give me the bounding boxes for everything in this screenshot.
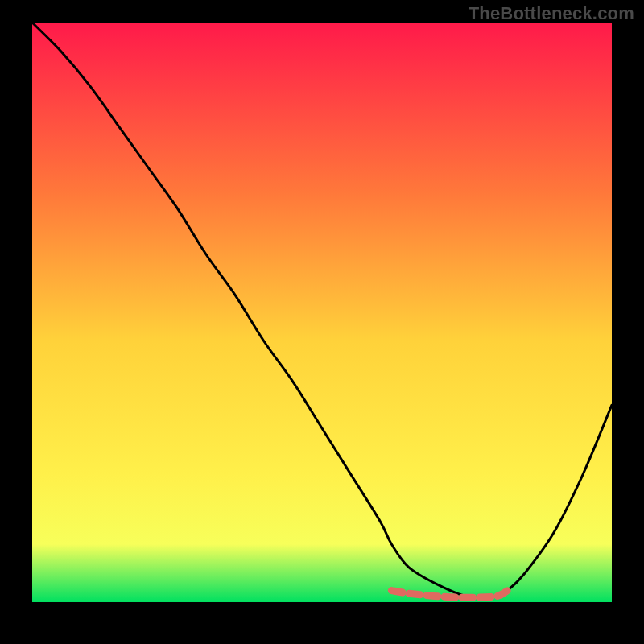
bottleneck-chart xyxy=(32,23,612,602)
chart-svg xyxy=(32,23,612,602)
watermark-text: TheBottleneck.com xyxy=(469,3,634,24)
gradient-background xyxy=(32,23,612,602)
